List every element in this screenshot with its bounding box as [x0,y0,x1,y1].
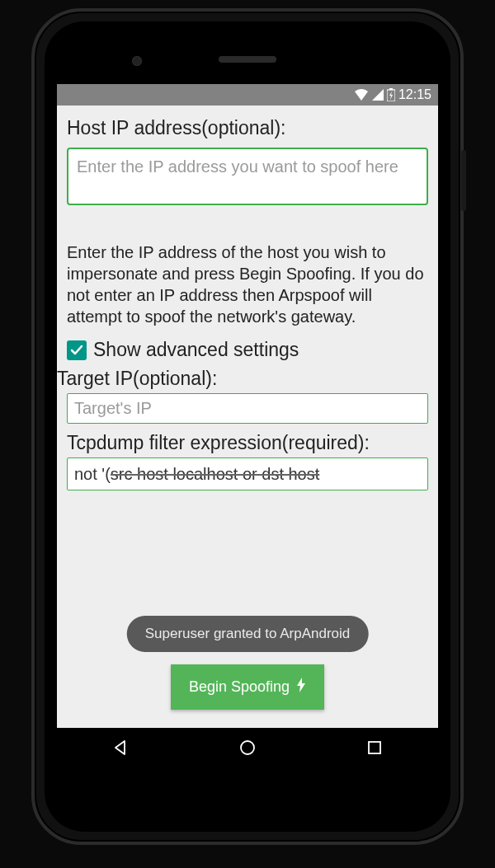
toast-message: Superuser granted to ArpAndroid [127,616,369,652]
status-bar: 12:15 [57,84,438,106]
advanced-settings-checkbox[interactable]: Show advanced settings [67,339,428,361]
tcpdump-filter-wrap: not '(src host localhost or dst host [67,457,428,500]
filter-value-prefix: not '( [74,465,111,483]
front-camera [132,56,142,66]
app-content: Host IP address(optional): Enter the IP … [57,106,438,728]
cell-signal-icon [372,89,384,101]
svg-rect-1 [389,88,393,90]
screen: 12:15 Host IP address(optional): Enter t… [57,84,438,767]
power-button [461,150,466,211]
begin-spoofing-label: Begin Spoofing [189,678,290,696]
android-nav-bar [57,728,438,767]
nav-home-button[interactable] [236,736,259,759]
button-row: Begin Spoofing [57,664,438,710]
nav-recent-button[interactable] [363,736,386,759]
nav-back-button[interactable] [109,736,132,759]
target-ip-label: Target IP(optional): [57,368,428,390]
svg-rect-3 [369,742,380,753]
phone-frame: 12:15 Host IP address(optional): Enter t… [31,8,464,845]
tcpdump-filter-label: Tcpdump filter expression(required): [67,432,428,454]
tcpdump-filter-input[interactable]: not '(src host localhost or dst host [67,457,428,490]
filter-value-struck: src host localhost or dst host [111,465,319,483]
host-ip-input[interactable] [67,148,428,205]
svg-point-2 [241,741,254,754]
lightning-icon [296,678,306,697]
target-ip-input[interactable] [67,393,428,424]
advanced-settings-label: Show advanced settings [93,339,299,361]
earpiece [219,56,276,63]
host-ip-label: Host IP address(optional): [67,117,428,139]
begin-spoofing-button[interactable]: Begin Spoofing [171,664,324,710]
battery-charging-icon [387,88,395,101]
instructions-text: Enter the IP address of the host you wis… [67,242,428,327]
checkbox-checked-icon [67,340,87,360]
phone-bezel: 12:15 Host IP address(optional): Enter t… [45,21,450,832]
wifi-icon [354,89,369,101]
status-time: 12:15 [398,87,431,102]
